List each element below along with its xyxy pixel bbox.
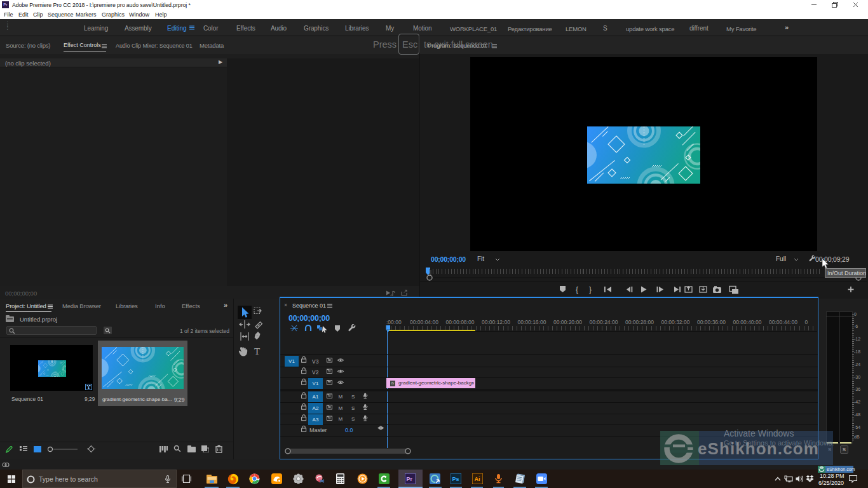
svg-text:{: { (576, 285, 578, 294)
svg-text:Ps: Ps (452, 476, 459, 482)
svg-text:S: S (351, 405, 355, 411)
svg-text:M: M (339, 416, 343, 422)
svg-text:S: S (351, 416, 355, 422)
svg-text:Ai: Ai (475, 476, 480, 482)
svg-text:M: M (339, 394, 343, 400)
svg-text:}: } (589, 285, 592, 294)
svg-text:T: T (254, 346, 260, 356)
svg-text:M: M (339, 405, 343, 411)
svg-text:Pr: Pr (407, 476, 413, 482)
svg-text:S: S (351, 394, 355, 400)
